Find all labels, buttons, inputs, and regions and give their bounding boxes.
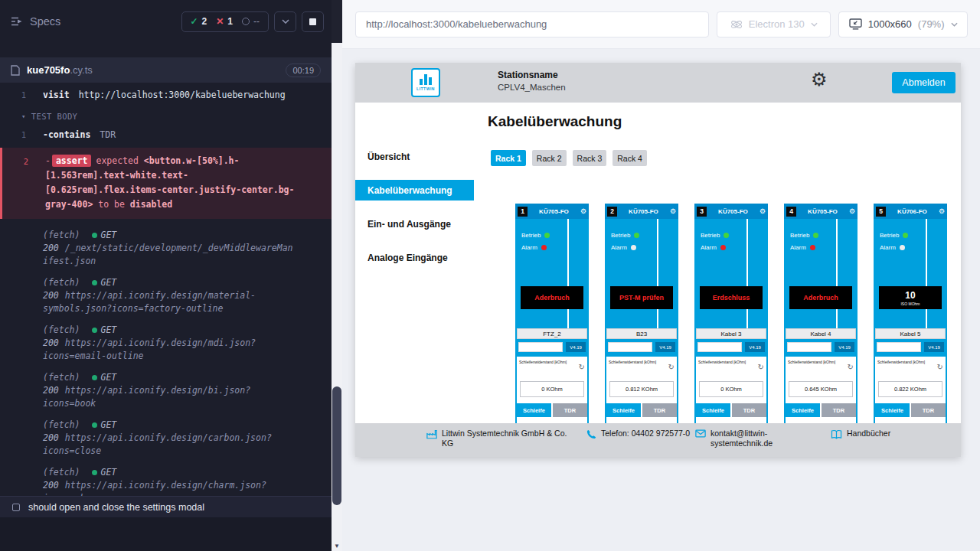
- cable-name: FTZ_2: [517, 328, 587, 339]
- reporter-header: Specs ✓2 ✕1 --: [0, 0, 332, 43]
- refresh-icon[interactable]: ↻: [668, 364, 675, 371]
- reporter-controls: ✓2 ✕1 --: [181, 11, 325, 32]
- stop-icon: [309, 18, 316, 25]
- status-display: Aderbruch: [789, 286, 852, 309]
- success-dot-icon: [92, 280, 97, 285]
- schleife-button[interactable]: Schleife: [696, 403, 730, 417]
- command-assert-failed[interactable]: 2 -assertexpected <button.w-[50%].h-[1.5…: [0, 148, 332, 219]
- resistance-value: 0 KOhm: [699, 381, 763, 397]
- collapse-button[interactable]: [274, 11, 296, 32]
- fetch-log-entry[interactable]: (fetch)GET 200/_next/static/development/…: [0, 226, 332, 273]
- fetch-log-entry[interactable]: (fetch)GET 200https://api.iconify.design…: [0, 416, 332, 463]
- refresh-icon[interactable]: ↻: [579, 364, 585, 371]
- status-display: 10 ISO MOhm: [879, 286, 942, 309]
- device-gear-icon[interactable]: ⚙: [670, 208, 676, 215]
- firmware-version: V4.19: [835, 342, 854, 352]
- spec-bar[interactable]: kue705fo.cy.ts 00:19: [0, 57, 332, 83]
- specs-icon: [11, 16, 23, 27]
- tdr-button[interactable]: TDR: [732, 403, 766, 417]
- refresh-icon[interactable]: ↻: [937, 364, 943, 371]
- schleife-button[interactable]: Schleife: [517, 403, 551, 417]
- device-gear-icon[interactable]: ⚙: [580, 208, 586, 215]
- fetch-log-entry[interactable]: (fetch)GET 200https://api.iconify.design…: [0, 273, 332, 321]
- test-body-header[interactable]: ▾ TEST BODY: [0, 104, 332, 126]
- logo-bars-icon: [420, 74, 432, 85]
- email-icon: [695, 429, 706, 448]
- tdr-button[interactable]: TDR: [822, 403, 856, 417]
- assert-message: -assertexpected <button.w-[50%].h-[1.563…: [45, 154, 295, 212]
- alarm-led: [720, 245, 726, 250]
- betrieb-led: [813, 233, 818, 238]
- electron-icon: [730, 18, 743, 31]
- resistance-panel: Schleifenwiderstand [kOhm] ↻ 0.822 KOhm …: [875, 357, 946, 423]
- refresh-icon[interactable]: ↻: [848, 364, 854, 371]
- footer-manuals[interactable]: Handbücher: [831, 429, 890, 441]
- tab-rack-2[interactable]: Rack 2: [532, 150, 567, 166]
- stat-pending: --: [242, 16, 260, 27]
- settings-gear-icon[interactable]: ⚙: [811, 70, 828, 89]
- device-card-header: 4 KÜ705-FO ⚙: [784, 204, 858, 219]
- device-gear-icon[interactable]: ⚙: [939, 208, 945, 215]
- alarm-indicator: Alarm: [880, 244, 905, 251]
- value-display: [787, 342, 831, 352]
- nav-item-analoge-eingaenge[interactable]: Analoge Eingänge: [355, 247, 474, 268]
- scrollbar-track[interactable]: ▼: [332, 43, 342, 551]
- tdr-button[interactable]: TDR: [911, 403, 946, 417]
- logout-button[interactable]: Abmelden: [892, 72, 956, 93]
- nav-item-kabelueberwachung[interactable]: Kabelüberwachung: [355, 180, 474, 201]
- alarm-indicator: Alarm: [701, 244, 726, 251]
- device-number: 1: [518, 207, 528, 217]
- collapsed-test-row[interactable]: should open and close the settings modal: [0, 496, 332, 517]
- footer-email[interactable]: kontakt@littwin-systemtechnik.de: [695, 429, 784, 448]
- reporter-bottom-space: [0, 517, 332, 551]
- chevron-down-icon: [951, 22, 958, 27]
- logo-text: LITTWIN: [416, 86, 435, 91]
- card-divider: [657, 219, 658, 328]
- tdr-button[interactable]: TDR: [553, 403, 587, 417]
- tab-rack-4[interactable]: Rack 4: [612, 150, 647, 166]
- success-dot-icon: [92, 328, 97, 333]
- schleife-button[interactable]: Schleife: [606, 403, 641, 417]
- nav-item-ein-und-ausgaenge[interactable]: Ein- und Ausgänge: [355, 214, 474, 234]
- nav-item-uebersicht[interactable]: Übersicht: [355, 146, 474, 167]
- fetch-log-entry[interactable]: (fetch)GET 200https://api.iconify.design…: [0, 321, 332, 368]
- schleife-button[interactable]: Schleife: [875, 403, 910, 417]
- alarm-indicator: Alarm: [790, 244, 815, 251]
- cypress-reporter: Specs ✓2 ✕1 -- kue705fo.cy.ts 00:19 1vis…: [0, 0, 332, 551]
- specs-toggle[interactable]: Specs: [11, 15, 60, 28]
- fetch-log-entry[interactable]: (fetch)GET 200https://api.iconify.design…: [0, 463, 332, 497]
- device-gear-icon[interactable]: ⚙: [760, 208, 766, 215]
- card-divider: [746, 219, 748, 328]
- tdr-button[interactable]: TDR: [642, 403, 677, 417]
- phone-icon: [586, 429, 596, 441]
- reporter-scrollbar[interactable]: ▼: [332, 0, 342, 551]
- test-stats: ✓2 ✕1 --: [181, 11, 270, 32]
- screen: Specs ✓2 ✕1 -- kue705fo.cy.ts 00:19 1vis…: [0, 0, 980, 551]
- cable-name: B23: [606, 328, 677, 339]
- betrieb-led: [634, 233, 639, 238]
- schleife-button[interactable]: Schleife: [786, 403, 820, 417]
- resistance-panel: Schleifenwiderstand [kOhm] ↻ 0 KOhm Schl…: [517, 357, 587, 423]
- value-display: [877, 342, 921, 352]
- scrollbar-thumb[interactable]: [332, 386, 341, 505]
- tab-rack-1[interactable]: Rack 1: [491, 150, 526, 166]
- browser-selector[interactable]: Electron 130: [717, 11, 831, 37]
- viewport-selector[interactable]: 1000x660 (79%): [838, 11, 968, 37]
- url-input[interactable]: http://localhost:3000/kabelueberwachung: [355, 11, 709, 37]
- command-visit[interactable]: 1visithttp://localhost:3000/kabelueberwa…: [0, 86, 332, 104]
- device-model: KÜ705-FO: [709, 208, 757, 215]
- alarm-indicator: Alarm: [521, 244, 547, 251]
- card-buttons: Schleife TDR: [696, 403, 766, 417]
- tab-rack-3[interactable]: Rack 3: [573, 150, 607, 166]
- device-number: 2: [607, 207, 617, 217]
- resistance-value: 0 KOhm: [520, 381, 584, 397]
- card-buttons: Schleife TDR: [786, 403, 856, 417]
- success-dot-icon: [92, 470, 97, 475]
- rack-tabs: Rack 1 Rack 2 Rack 3 Rack 4: [491, 150, 647, 166]
- scroll-down-arrow-icon[interactable]: ▼: [332, 543, 342, 549]
- refresh-icon[interactable]: ↻: [758, 364, 764, 371]
- fetch-log-entry[interactable]: (fetch)GET 200https://api.iconify.design…: [0, 368, 332, 416]
- stop-button[interactable]: [302, 11, 324, 32]
- device-gear-icon[interactable]: ⚙: [849, 208, 855, 215]
- command-contains[interactable]: 1-containsTDR: [0, 126, 332, 144]
